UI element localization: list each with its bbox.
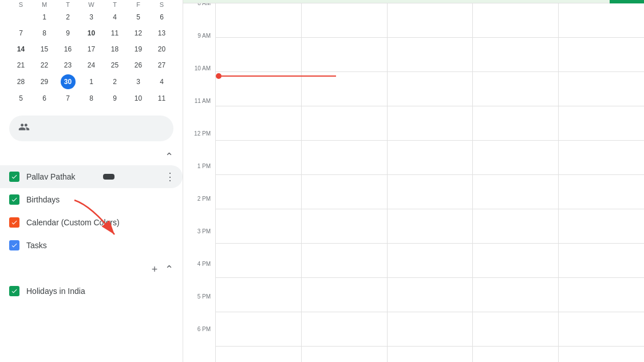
calendar-day-4-4[interactable]: 2 xyxy=(103,73,127,90)
grid-cell-3-10 xyxy=(473,347,558,362)
calendar-day-5-3[interactable]: 8 xyxy=(80,90,103,106)
grid-cell-2-8 xyxy=(388,278,473,312)
calendar-day-5-5[interactable]: 10 xyxy=(127,90,150,106)
calendar-item-birthdays[interactable]: Birthdays xyxy=(0,188,183,211)
calendar-day-1-0[interactable]: 7 xyxy=(9,25,33,41)
grid-cell-2-6 xyxy=(388,209,473,244)
grid-cell-3-7 xyxy=(473,244,558,278)
grid-cell-0-6 xyxy=(216,209,301,244)
calendar-day-2-0[interactable]: 14 xyxy=(9,41,33,57)
people-icon xyxy=(18,121,30,136)
calendar-day-0-6[interactable]: 6 xyxy=(150,9,173,25)
calendar-label-tasks: Tasks xyxy=(26,241,178,250)
grid-cell-1-7 xyxy=(302,244,387,278)
day-header-t2: T xyxy=(103,0,127,9)
day-header-m: M xyxy=(33,0,56,9)
grid-cell-0-8 xyxy=(216,278,301,312)
calendar-day-3-6[interactable]: 27 xyxy=(150,57,173,73)
calendar-day-4-5[interactable]: 3 xyxy=(127,73,150,90)
grid-cell-2-0 xyxy=(388,3,473,38)
grid-cell-3-8 xyxy=(473,278,558,312)
calendar-day-2-4[interactable]: 18 xyxy=(103,41,127,57)
grid-cell-0-7 xyxy=(216,244,301,278)
calendar-day-2-6[interactable]: 20 xyxy=(150,41,173,57)
calendar-grid: S M T W T F S 12345678910111213141516171… xyxy=(9,0,173,106)
grid-cell-3-4 xyxy=(473,141,558,175)
grid-cell-1-3 xyxy=(302,106,387,141)
calendar-day-2-2[interactable]: 16 xyxy=(56,41,80,57)
calendar-day-5-1[interactable]: 6 xyxy=(33,90,56,106)
calendar-day-0-0[interactable] xyxy=(9,9,33,25)
other-calendars-header[interactable]: + ⌃ xyxy=(0,257,183,280)
calendar-item-custom[interactable]: Calendar (Custom Colors) xyxy=(0,211,183,234)
calendar-label-birthdays: Birthdays xyxy=(26,195,178,204)
add-other-calendar-button[interactable]: + xyxy=(147,261,163,277)
calendar-day-3-2[interactable]: 23 xyxy=(56,57,80,73)
checkbox-birthdays xyxy=(9,194,19,205)
time-label-8-AM: 8 AM xyxy=(183,3,215,33)
calendar-day-1-5[interactable]: 12 xyxy=(127,25,150,41)
grid-cell-1-1 xyxy=(302,38,387,72)
grid-cell-4-3 xyxy=(559,106,644,141)
grid-cell-2-7 xyxy=(388,244,473,278)
time-label-3-PM: 3 PM xyxy=(183,228,215,261)
pallav-options-button[interactable]: ⋮ xyxy=(162,169,178,185)
calendar-day-2-1[interactable]: 15 xyxy=(33,41,56,57)
calendar-day-2-5[interactable]: 19 xyxy=(127,41,150,57)
calendar-day-1-6[interactable]: 13 xyxy=(150,25,173,41)
grid-column-0 xyxy=(216,3,302,362)
calendar-day-3-4[interactable]: 25 xyxy=(103,57,127,73)
grid-cell-0-4 xyxy=(216,141,301,175)
mini-calendar: S M T W T F S 12345678910111213141516171… xyxy=(0,0,183,111)
time-label-12-PM: 12 PM xyxy=(183,130,215,163)
calendar-day-5-2[interactable]: 7 xyxy=(56,90,80,106)
grid-cell-2-4 xyxy=(388,141,473,175)
grid-columns xyxy=(216,3,644,362)
grid-cell-4-5 xyxy=(559,175,644,209)
time-label-9-AM: 9 AM xyxy=(183,33,215,65)
grid-cell-4-6 xyxy=(559,209,644,244)
grid-cell-4-10 xyxy=(559,347,644,362)
calendar-day-0-3[interactable]: 3 xyxy=(80,9,103,25)
calendar-day-4-0[interactable]: 28 xyxy=(9,73,33,90)
calendar-day-1-1[interactable]: 8 xyxy=(33,25,56,41)
calendar-day-4-2[interactable]: 30 xyxy=(56,73,80,90)
calendar-day-0-5[interactable]: 5 xyxy=(127,9,150,25)
my-calendars-header[interactable]: ⌃ xyxy=(0,148,183,165)
time-label-5-PM: 5 PM xyxy=(183,293,215,326)
calendar-day-5-4[interactable]: 9 xyxy=(103,90,127,106)
calendar-day-3-3[interactable]: 24 xyxy=(80,57,103,73)
calendar-item-pallav[interactable]: Pallav Pathak ⋮ xyxy=(0,165,183,188)
calendar-day-0-2[interactable]: 2 xyxy=(56,9,80,25)
calendar-day-2-3[interactable]: 17 xyxy=(80,41,103,57)
grid-cell-4-8 xyxy=(559,278,644,312)
calendar-day-4-1[interactable]: 29 xyxy=(33,73,56,90)
search-people-input[interactable] xyxy=(9,116,173,141)
grid-cell-1-9 xyxy=(302,312,387,347)
my-calendars-chevron: ⌃ xyxy=(165,150,173,163)
calendar-day-4-6[interactable]: 4 xyxy=(150,73,173,90)
time-label-4-PM: 4 PM xyxy=(183,261,215,293)
calendar-day-1-4[interactable]: 11 xyxy=(103,25,127,41)
grid-cell-2-1 xyxy=(388,38,473,72)
calendar-day-3-1[interactable]: 22 xyxy=(33,57,56,73)
calendar-day-4-3[interactable]: 1 xyxy=(80,73,103,90)
calendar-item-tasks[interactable]: Tasks xyxy=(0,234,183,257)
calendar-day-1-2[interactable]: 9 xyxy=(56,25,80,41)
grid-cell-4-7 xyxy=(559,244,644,278)
calendar-day-3-0[interactable]: 21 xyxy=(9,57,33,73)
calendar-day-5-0[interactable]: 5 xyxy=(9,90,33,106)
calendar-day-3-5[interactable]: 26 xyxy=(127,57,150,73)
grid-cell-3-9 xyxy=(473,312,558,347)
day-header-f: F xyxy=(127,0,150,9)
grid-cell-1-8 xyxy=(302,278,387,312)
time-line xyxy=(222,75,336,77)
calendar-day-0-1[interactable]: 1 xyxy=(33,9,56,25)
grid-cell-3-0 xyxy=(473,3,558,38)
calendar-day-5-6[interactable]: 11 xyxy=(150,90,173,106)
checkbox-pallav xyxy=(9,172,19,182)
calendar-label-custom: Calendar (Custom Colors) xyxy=(26,218,178,227)
calendar-day-1-3[interactable]: 10 xyxy=(80,25,103,41)
calendar-item-holidays[interactable]: Holidays in India xyxy=(0,280,183,303)
calendar-day-0-4[interactable]: 4 xyxy=(103,9,127,25)
